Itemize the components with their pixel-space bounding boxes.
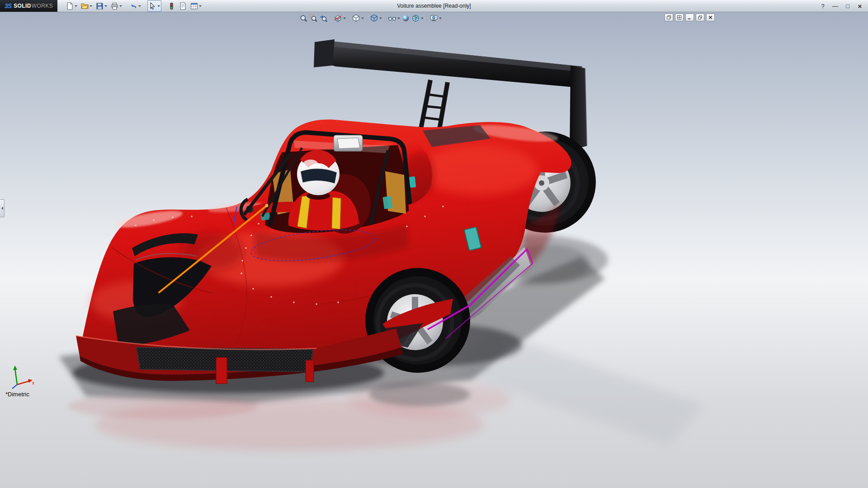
- tile-icon: [677, 15, 682, 20]
- hide-show-items-icon: [388, 14, 396, 23]
- dropdown-arrow-icon[interactable]: [119, 5, 122, 7]
- view-settings-icon: [429, 14, 438, 23]
- mirror-face: [337, 138, 360, 149]
- main-toolbar: [65, 0, 203, 12]
- section-view-icon: [334, 14, 342, 23]
- undo-button[interactable]: [128, 0, 142, 12]
- dassault-logo-icon: 3S: [5, 2, 11, 9]
- options-icon: [190, 2, 198, 10]
- select-icon: [149, 2, 156, 10]
- print-button[interactable]: [109, 0, 123, 12]
- window-controls: ? — □ ×: [820, 2, 868, 10]
- new-document-icon: [66, 2, 74, 10]
- helmet[interactable]: [297, 150, 340, 195]
- print-icon: [111, 2, 118, 10]
- toolbar-separator: [143, 6, 146, 6]
- restore-doc-button[interactable]: [696, 14, 704, 21]
- dropdown-arrow-icon[interactable]: [90, 5, 92, 7]
- previous-view-button[interactable]: [319, 14, 328, 23]
- logo-text-works: WORKS: [32, 3, 53, 9]
- dropdown-arrow-icon[interactable]: [343, 18, 346, 19]
- cascade-icon: [666, 15, 671, 20]
- view-orientation-label: *Dimetric: [5, 391, 29, 398]
- dropdown-arrow-icon[interactable]: [104, 5, 107, 7]
- zoom-to-area-button[interactable]: [309, 14, 318, 23]
- file-properties-icon: [179, 2, 187, 10]
- view-orientation-button[interactable]: [351, 14, 364, 23]
- maximize-icon[interactable]: □: [845, 3, 850, 9]
- 3d-scene[interactable]: [0, 12, 868, 488]
- window-title: Voiture assemblee [Read-only]: [397, 3, 471, 9]
- dropdown-arrow-icon[interactable]: [361, 18, 364, 19]
- restore-doc-icon: [698, 15, 703, 20]
- view-orientation-icon: [352, 14, 360, 23]
- dropdown-arrow-icon[interactable]: [379, 18, 382, 19]
- file-properties-button[interactable]: [178, 0, 188, 12]
- help-icon[interactable]: ?: [820, 3, 826, 9]
- apply-scene-icon: [411, 14, 420, 23]
- toolbar-separator: [349, 15, 349, 22]
- dropdown-arrow-icon[interactable]: [439, 18, 442, 19]
- undo-icon: [130, 2, 137, 10]
- toolbar-separator: [385, 15, 385, 22]
- rebuild-icon: [168, 2, 175, 10]
- dropdown-arrow-icon[interactable]: [397, 18, 400, 19]
- toolbar-separator: [426, 15, 427, 22]
- logo-text-solid: SOLID: [14, 3, 31, 9]
- solidworks-logo: 3S SOLID WORKS: [0, 0, 57, 12]
- save-icon: [96, 2, 104, 10]
- featuremanager-collapse-tab[interactable]: [0, 199, 5, 217]
- display-style-button[interactable]: [369, 14, 382, 23]
- cascade-button[interactable]: [665, 14, 673, 21]
- toolbar-separator: [330, 15, 331, 22]
- previous-view-icon: [319, 14, 328, 23]
- minimize-icon[interactable]: —: [832, 3, 838, 9]
- zoom-to-fit-icon: [299, 14, 308, 23]
- hide-show-items-button[interactable]: [387, 14, 401, 23]
- edit-appearance-icon: [401, 14, 410, 23]
- new-document-button[interactable]: [65, 0, 79, 12]
- close-icon[interactable]: ×: [857, 2, 863, 10]
- section-view-button[interactable]: [333, 14, 346, 23]
- orientation-triad: x: [6, 362, 36, 393]
- zoom-to-area-icon: [309, 14, 318, 23]
- dropdown-arrow-icon[interactable]: [421, 18, 424, 19]
- headsup-view-toolbar: [296, 13, 445, 24]
- open-button[interactable]: [80, 0, 94, 12]
- titlebar: 3S SOLID WORKS Voiture assemblee [Read-o…: [0, 0, 868, 12]
- display-style-icon: [370, 14, 378, 23]
- dropdown-arrow-icon[interactable]: [138, 5, 141, 7]
- document-window-controls: [665, 14, 715, 21]
- graphics-area[interactable]: x *Dimetric: [0, 12, 868, 488]
- dropdown-arrow-icon[interactable]: [75, 5, 77, 7]
- dropdown-arrow-icon[interactable]: [157, 5, 160, 7]
- minimize-doc-icon: [687, 15, 692, 20]
- edit-appearance-button[interactable]: [401, 14, 410, 23]
- toolbar-separator: [124, 6, 127, 6]
- toolbar-separator: [367, 15, 367, 22]
- harness-strap: [332, 197, 341, 229]
- minimize-doc-button[interactable]: [685, 14, 694, 21]
- close-doc-button[interactable]: [706, 14, 715, 21]
- save-button[interactable]: [94, 0, 108, 12]
- select-button[interactable]: [147, 0, 161, 12]
- zoom-to-fit-button[interactable]: [299, 14, 308, 23]
- apply-scene-button[interactable]: [411, 14, 424, 23]
- view-settings-button[interactable]: [429, 14, 442, 23]
- open-icon: [81, 2, 89, 10]
- options-button[interactable]: [189, 0, 203, 12]
- triad-x-label: x: [32, 380, 34, 385]
- rebuild-button[interactable]: [166, 0, 177, 12]
- dropdown-arrow-icon[interactable]: [199, 5, 202, 7]
- close-doc-icon: [708, 15, 713, 20]
- toolbar-separator: [162, 6, 165, 6]
- tile-button[interactable]: [675, 14, 684, 21]
